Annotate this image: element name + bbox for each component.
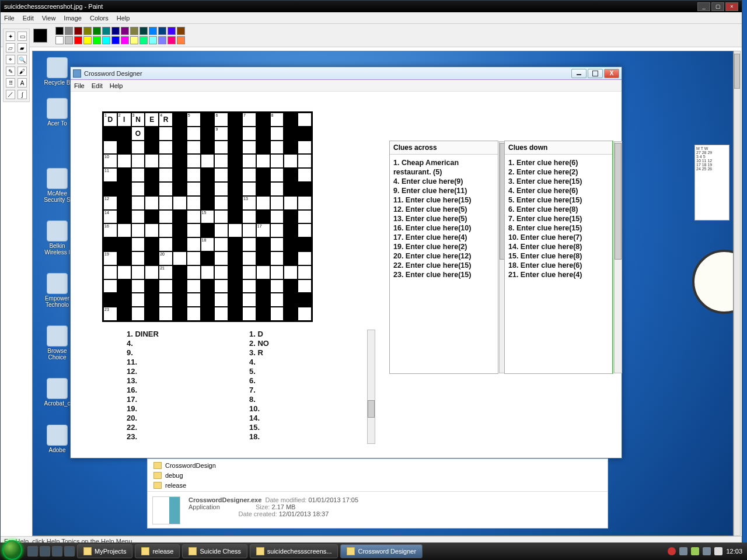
clue-down-item[interactable]: 15. Enter clue here(8) [508, 251, 609, 261]
grid-cell[interactable] [131, 210, 145, 224]
grid-cell[interactable]: 19 [103, 251, 117, 265]
grid-cell[interactable] [228, 237, 242, 251]
grid-cell[interactable] [201, 127, 215, 141]
clue-down-item[interactable]: 7. Enter clue here(15) [508, 214, 609, 223]
clue-down-item[interactable]: 1. Enter clue here(6) [508, 158, 609, 167]
grid-cell[interactable] [201, 196, 215, 210]
grid-cell[interactable] [201, 113, 215, 127]
grid-cell[interactable] [256, 182, 270, 196]
grid-cell[interactable] [131, 251, 145, 265]
folder-item[interactable]: release [153, 480, 602, 490]
grid-cell[interactable] [298, 210, 312, 224]
grid-cell[interactable] [284, 113, 298, 127]
clue-down-item[interactable]: 18. Enter clue here(6) [508, 261, 609, 270]
grid-cell[interactable] [284, 141, 298, 155]
grid-cell[interactable] [284, 196, 298, 210]
grid-cell[interactable] [228, 168, 242, 182]
grid-cell[interactable]: 15 [201, 210, 215, 224]
grid-cell[interactable]: 21 [159, 265, 173, 279]
grid-cell[interactable] [284, 307, 298, 321]
tray-icon[interactable] [679, 547, 687, 555]
grid-cell[interactable] [242, 223, 256, 237]
color-swatch[interactable] [130, 36, 138, 44]
grid-cell[interactable] [187, 279, 201, 293]
grid-cell[interactable]: 17 [256, 223, 270, 237]
clue-across-item[interactable]: 20. Enter clue here(12) [393, 251, 494, 261]
grid-cell[interactable] [131, 196, 145, 210]
grid-cell[interactable]: 8 [270, 113, 284, 127]
grid-cell[interactable] [187, 127, 201, 141]
grid-cell[interactable] [242, 154, 256, 168]
taskbar-item[interactable]: Suicide Chess [182, 544, 247, 558]
calendar-gadget[interactable]: M T W27 28 293 4 510 11 1217 18 1924 25 … [694, 145, 729, 220]
grid-cell[interactable] [103, 279, 117, 293]
color-swatch[interactable] [121, 36, 129, 44]
grid-cell[interactable]: E [145, 113, 159, 127]
grid-cell[interactable] [187, 251, 201, 265]
desktop-icon[interactable]: Belkin Wireless l [40, 220, 75, 256]
clue-down-item[interactable]: 10. Enter clue here(7) [508, 233, 609, 242]
grid-cell[interactable] [298, 293, 312, 307]
grid-cell[interactable] [256, 196, 270, 210]
grid-cell[interactable] [103, 265, 117, 279]
grid-cell[interactable] [117, 127, 131, 141]
clue-across-item[interactable]: 12. Enter clue here(5) [393, 205, 494, 214]
taskbar-item[interactable]: Crossword Designer [340, 544, 423, 558]
grid-cell[interactable] [284, 154, 298, 168]
color-swatch[interactable] [139, 36, 148, 44]
grid-cell[interactable] [284, 127, 298, 141]
grid-cell[interactable] [256, 127, 270, 141]
grid-cell[interactable] [242, 307, 256, 321]
grid-cell[interactable] [298, 279, 312, 293]
grid-cell[interactable] [270, 265, 284, 279]
tool-brush[interactable]: 🖌 [18, 66, 27, 76]
grid-cell[interactable] [173, 196, 187, 210]
grid-cell[interactable] [298, 196, 312, 210]
grid-cell[interactable] [159, 307, 173, 321]
grid-cell[interactable] [214, 307, 228, 321]
grid-cell[interactable] [103, 237, 117, 251]
clue-across-item[interactable]: 4. Enter clue here(9) [393, 177, 494, 186]
grid-cell[interactable] [256, 307, 270, 321]
grid-cell[interactable] [228, 154, 242, 168]
paint-menu-help[interactable]: Help [117, 15, 130, 22]
grid-cell[interactable] [284, 182, 298, 196]
color-swatch[interactable] [83, 27, 92, 35]
grid-cell[interactable] [270, 196, 284, 210]
grid-cell[interactable] [117, 141, 131, 155]
desktop-icon[interactable]: Empower Technolo [40, 273, 75, 308]
crossword-grid[interactable]: 1D2I3NE4R5678O91011121314151617181920212… [102, 111, 313, 322]
grid-cell[interactable] [228, 210, 242, 224]
grid-cell[interactable] [159, 168, 173, 182]
tool-picker[interactable]: ⌖ [6, 55, 15, 64]
crossword-menu-edit[interactable]: Edit [92, 82, 103, 89]
grid-cell[interactable] [214, 168, 228, 182]
grid-cell[interactable] [145, 154, 159, 168]
grid-cell[interactable] [270, 237, 284, 251]
paint-menu-file[interactable]: File [4, 15, 15, 22]
grid-cell[interactable] [159, 182, 173, 196]
grid-cell[interactable] [187, 307, 201, 321]
grid-cell[interactable] [242, 293, 256, 307]
taskbar-clock[interactable]: 12:03 [726, 548, 742, 555]
grid-cell[interactable] [173, 141, 187, 155]
grid-cell[interactable] [228, 251, 242, 265]
color-swatch[interactable] [167, 27, 176, 35]
grid-cell[interactable] [145, 265, 159, 279]
grid-cell[interactable] [145, 251, 159, 265]
grid-cell[interactable] [187, 223, 201, 237]
grid-cell[interactable] [256, 113, 270, 127]
grid-cell[interactable] [242, 141, 256, 155]
grid-cell[interactable] [131, 223, 145, 237]
tray-icon[interactable] [691, 547, 699, 555]
grid-cell[interactable] [228, 279, 242, 293]
grid-cell[interactable] [201, 141, 215, 155]
color-swatch[interactable] [167, 36, 176, 44]
grid-cell[interactable] [173, 251, 187, 265]
fg-color-swatch[interactable] [33, 29, 47, 43]
grid-cell[interactable] [228, 223, 242, 237]
grid-cell[interactable]: O [131, 127, 145, 141]
grid-cell[interactable] [214, 141, 228, 155]
color-swatch[interactable] [65, 27, 73, 35]
clue-across-item[interactable]: 9. Enter clue here(11) [393, 186, 494, 195]
